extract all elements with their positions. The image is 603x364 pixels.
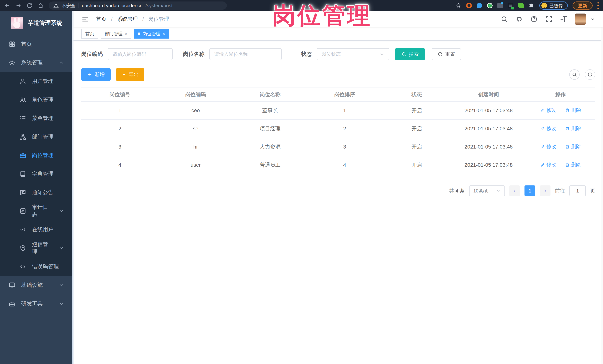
- sidebar-item-label: 部门管理: [32, 133, 53, 141]
- col-post-code: 岗位编码: [158, 88, 233, 101]
- profile-paused-badge[interactable]: 已暂停: [539, 1, 568, 10]
- bookmark-star-icon[interactable]: [455, 3, 461, 9]
- status-select[interactable]: 岗位状态: [317, 48, 389, 60]
- font-size-icon[interactable]: [560, 15, 567, 23]
- sidebar-item-notices[interactable]: 通知公告: [0, 183, 72, 202]
- profile-emoji-icon: [541, 3, 547, 8]
- cell-created: 2021-01-05 17:03:48: [451, 120, 526, 138]
- caret-down-icon[interactable]: [590, 17, 595, 22]
- extension-icon[interactable]: [508, 3, 513, 8]
- sidebar-item-devtools[interactable]: 研发工具: [0, 295, 72, 313]
- sidebar-item-label: 短信管理: [32, 241, 53, 255]
- cell-id: 2: [81, 120, 158, 138]
- search-icon: [401, 52, 406, 57]
- add-button[interactable]: 新增: [81, 68, 111, 81]
- sidebar-item-label: 系统管理: [21, 59, 43, 66]
- chevron-down-icon: [59, 245, 64, 251]
- reload-icon[interactable]: [26, 2, 33, 9]
- sidebar-item-home[interactable]: 首页: [0, 35, 72, 53]
- edit-link[interactable]: 修改: [540, 143, 556, 150]
- sidebar-item-label: 菜单管理: [32, 115, 53, 122]
- tab-departments[interactable]: 部门管理 ×: [101, 29, 131, 39]
- close-icon[interactable]: ×: [125, 32, 127, 36]
- sidebar-item-dictionary[interactable]: 字典管理: [0, 165, 72, 183]
- sidebar-scrollbar[interactable]: [72, 11, 73, 364]
- browser-home-icon[interactable]: [37, 2, 44, 9]
- gear-icon: [9, 59, 16, 66]
- address-bar[interactable]: 不安全 dashboard.yudao.iocoder.cn/system/po…: [49, 1, 227, 10]
- tab-home[interactable]: 首页: [81, 29, 98, 39]
- sidebar-item-label: 岗位管理: [32, 152, 53, 159]
- shield-message-icon: [19, 245, 26, 252]
- sidebar-item-menus[interactable]: 菜单管理: [0, 109, 72, 128]
- cell-name: 项目经理: [233, 120, 308, 138]
- delete-link[interactable]: 删除: [565, 143, 581, 150]
- extensions-puzzle-icon[interactable]: [529, 3, 534, 9]
- chevron-down-icon: [59, 301, 64, 307]
- post-name-input[interactable]: [209, 48, 282, 60]
- breadcrumb-home[interactable]: 首页: [96, 16, 106, 22]
- post-code-input[interactable]: [108, 48, 173, 60]
- hamburger-icon[interactable]: [81, 15, 89, 23]
- search-icon[interactable]: [500, 15, 508, 23]
- delete-link[interactable]: 删除: [565, 107, 581, 113]
- edit-link[interactable]: 修改: [540, 162, 556, 168]
- page-size-value: 10条/页: [473, 188, 489, 194]
- forward-icon[interactable]: [15, 2, 22, 9]
- search-button[interactable]: 搜索: [395, 48, 425, 60]
- sidebar-item-system[interactable]: 系统管理: [0, 53, 72, 72]
- sidebar-item-error-codes[interactable]: 错误码管理: [0, 257, 72, 276]
- page-number-button[interactable]: 1: [524, 186, 535, 196]
- extension-icon[interactable]: [466, 3, 472, 8]
- edit-link[interactable]: 修改: [540, 107, 556, 113]
- reset-button[interactable]: 重置: [432, 48, 461, 60]
- online-signal-icon: [19, 226, 26, 233]
- edit-link[interactable]: 修改: [540, 125, 556, 132]
- help-icon[interactable]: [530, 15, 538, 23]
- delete-link[interactable]: 删除: [565, 125, 581, 132]
- page-size-select[interactable]: 10条/页: [469, 186, 505, 196]
- refresh-icon: [587, 72, 593, 77]
- sidebar-item-users[interactable]: 用户管理: [0, 72, 72, 90]
- sidebar-item-audit-log[interactable]: 审计日志: [0, 202, 72, 220]
- app-logo-row[interactable]: 芋道管理系统: [0, 11, 72, 35]
- extension-icon[interactable]: [497, 3, 503, 8]
- prev-page-button[interactable]: [509, 186, 520, 196]
- update-button[interactable]: 更新: [573, 1, 593, 10]
- breadcrumb-current: 岗位管理: [148, 16, 169, 22]
- breadcrumb-system[interactable]: 系统管理: [117, 16, 138, 22]
- cell-name: 董事长: [233, 101, 308, 120]
- pencil-icon: [540, 126, 545, 131]
- sidebar-item-online-users[interactable]: 在线用户: [0, 220, 72, 239]
- post-code-label: 岗位编码: [81, 50, 103, 58]
- sidebar-item-roles[interactable]: 角色管理: [0, 90, 72, 109]
- next-page-button[interactable]: [540, 186, 550, 196]
- sidebar-item-sms[interactable]: 短信管理: [0, 239, 72, 257]
- cell-sort: 3: [307, 138, 382, 156]
- goto-page-input[interactable]: [569, 186, 586, 196]
- status-select-placeholder: 岗位状态: [322, 51, 341, 57]
- fullscreen-icon[interactable]: [545, 15, 553, 23]
- refresh-table-button[interactable]: [585, 69, 595, 80]
- breadcrumb-separator: /: [111, 16, 113, 22]
- extension-icon[interactable]: ✓: [487, 3, 493, 8]
- cell-status: 开启: [382, 138, 451, 156]
- close-icon[interactable]: ×: [162, 32, 165, 36]
- sidebar-item-departments[interactable]: 部门管理: [0, 128, 72, 146]
- sidebar-item-label: 在线用户: [32, 226, 53, 233]
- extension-icon[interactable]: [477, 3, 482, 8]
- user-avatar[interactable]: [575, 13, 586, 25]
- delete-link[interactable]: 删除: [565, 162, 581, 168]
- sidebar-item-posts[interactable]: 岗位管理: [0, 146, 72, 165]
- browser-menu-icon[interactable]: [597, 2, 599, 9]
- back-icon[interactable]: [4, 2, 10, 9]
- toolbox-icon: [9, 300, 16, 307]
- monitor-icon: [9, 282, 16, 289]
- github-icon[interactable]: [515, 15, 523, 23]
- sidebar-item-infrastructure[interactable]: 基础设施: [0, 276, 72, 295]
- toggle-search-button[interactable]: [569, 69, 580, 80]
- page-scrollbar[interactable]: [601, 11, 603, 364]
- extension-icon[interactable]: [518, 3, 524, 8]
- tab-posts[interactable]: 岗位管理 ×: [134, 29, 169, 39]
- export-button[interactable]: 导出: [116, 68, 144, 81]
